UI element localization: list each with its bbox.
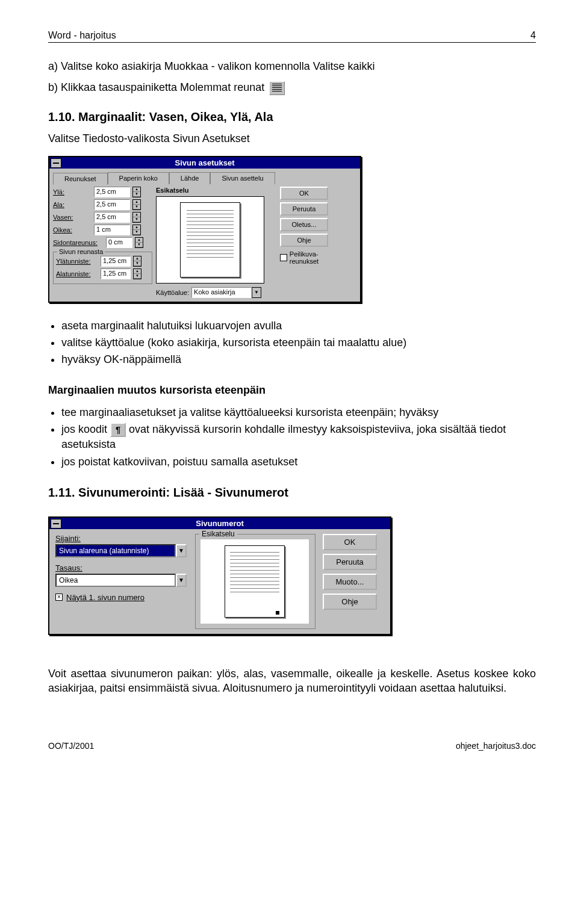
header-left: Word - harjoitus <box>48 30 116 41</box>
checkbox-nayta-label: Näytä 1. sivun numero <box>66 593 144 602</box>
input-sidonta[interactable]: 0 cm <box>106 237 132 248</box>
ohje-button[interactable]: Ohje <box>280 234 328 247</box>
input-oikea[interactable]: 1 cm <box>94 225 130 235</box>
bullets-2: tee marginaaliasetukset ja valitse käytt… <box>61 405 536 469</box>
bullet-2-3: jos poistat katkoviivan, poistuu samalla… <box>61 454 536 469</box>
spinner-vasen[interactable]: ▲▼ <box>132 212 141 223</box>
input-ylatunniste[interactable]: 1,25 cm <box>101 256 131 267</box>
peruuta-button[interactable]: Peruuta <box>323 554 377 570</box>
label-vasen: Vasen: <box>53 214 92 221</box>
page-setup-dialog: Sivun asetukset Reunukset Paperin koko L… <box>48 156 361 303</box>
checkbox-icon[interactable]: × <box>55 594 63 601</box>
dialog1-title: Sivun asetukset <box>175 158 235 167</box>
step-b-row: b) Klikkaa tasauspainiketta Molemmat reu… <box>48 81 536 95</box>
tab-reunukset[interactable]: Reunukset <box>53 173 108 185</box>
spinner-ylatunniste[interactable]: ▲▼ <box>133 256 141 267</box>
checkbox-peilikuva-label: Peilikuva-reunukset <box>290 250 346 265</box>
footer-left: OO/TJ/2001 <box>48 741 94 751</box>
system-menu-icon[interactable] <box>51 158 61 168</box>
group-esikatselu: Esikatselu <box>195 534 315 629</box>
bullet-1-1: aseta marginaalit halutuiksi lukuarvojen… <box>61 318 536 333</box>
section-1-11-title: 1.11. Sivunumerointi: Lisää - Sivunumero… <box>48 486 536 500</box>
group-sivun-reunasta: Sivun reunasta Ylätunniste:1,25 cm▲▼ Ala… <box>53 252 152 284</box>
label-oikea: Oikea: <box>53 226 92 234</box>
tab-lahde[interactable]: Lähde <box>169 172 211 184</box>
marginaalien-heading: Marginaalien muutos kursorista eteenpäin <box>48 384 536 397</box>
spinner-yla[interactable]: ▲▼ <box>132 187 141 197</box>
preview-page-icon <box>225 545 285 618</box>
label-tasaus: Tasaus: <box>55 563 188 572</box>
ohje-button[interactable]: Ohje <box>323 594 377 610</box>
label-sidonta: Sidontareunus: <box>53 239 104 246</box>
chevron-down-icon[interactable]: ▼ <box>176 544 187 557</box>
muoto-button[interactable]: Muoto... <box>323 574 377 590</box>
dialog2-titlebar: Sivunumerot <box>49 518 390 529</box>
pilcrow-icon: ¶ <box>110 423 126 437</box>
tab-sivun-asettelu[interactable]: Sivun asettelu <box>210 172 275 184</box>
dropdown-kayttoalue[interactable]: Koko asiakirja▼ <box>191 287 261 298</box>
spinner-ala[interactable]: ▲▼ <box>132 199 141 210</box>
ok-button[interactable]: OK <box>280 187 328 200</box>
body-paragraph: Voit asettaa sivunumeron paikan: ylös, a… <box>48 666 536 696</box>
ok-button[interactable]: OK <box>323 534 377 550</box>
input-yla[interactable]: 2,5 cm <box>94 187 130 197</box>
step-a: a) Valitse koko asiakirja Muokkaa - vali… <box>48 60 536 73</box>
dropdown-sijainti[interactable]: Sivun alareuna (alatunniste) ▼ <box>55 544 188 557</box>
page-numbers-dialog: Sivunumerot Sijainti: Sivun alareuna (al… <box>48 516 391 635</box>
header-right: 4 <box>530 30 536 41</box>
bullet-2-1: tee marginaaliasetukset ja valitse käytt… <box>61 405 536 420</box>
section-1-10-sub: Valitse Tiedosto-valikosta Sivun Asetuks… <box>48 132 536 145</box>
justify-both-icon <box>269 81 285 95</box>
checkbox-peilikuva[interactable]: Peilikuva-reunukset <box>280 250 346 265</box>
preview-box <box>200 539 309 624</box>
peruuta-button[interactable]: Peruuta <box>280 202 328 215</box>
oletus-button[interactable]: Oletus... <box>280 218 328 231</box>
chevron-down-icon[interactable]: ▼ <box>252 287 261 298</box>
bullet-1-2: valitse käyttöalue (koko asiakirja, kurs… <box>61 335 536 350</box>
preview-label: Esikatselu <box>156 187 276 194</box>
spinner-sidonta[interactable]: ▲▼ <box>135 237 143 248</box>
dialog2-title: Sivunumerot <box>196 519 243 528</box>
legend-sivun-reunasta: Sivun reunasta <box>57 248 105 255</box>
dialog1-tabs: Reunukset Paperin koko Lähde Sivun asett… <box>53 172 356 184</box>
label-ylatunniste: Ylätunniste: <box>56 258 98 265</box>
section-1-10-title: 1.10. Marginaalit: Vasen, Oikea, Ylä, Al… <box>48 110 536 124</box>
step-b-text: b) Klikkaa tasauspainiketta Molemmat reu… <box>48 81 264 95</box>
label-sijainti: Sijainti: <box>55 534 188 543</box>
preview-page-icon <box>180 202 240 278</box>
label-yla: Ylä: <box>53 188 92 196</box>
spinner-alatunniste[interactable]: ▲▼ <box>133 268 141 279</box>
spinner-oikea[interactable]: ▲▼ <box>132 225 141 235</box>
input-vasen[interactable]: 2,5 cm <box>94 212 130 223</box>
footer-right: ohjeet_harjoitus3.doc <box>456 741 536 751</box>
checkbox-nayta[interactable]: × Näytä 1. sivun numero <box>55 593 188 602</box>
label-ala: Ala: <box>53 201 92 208</box>
bullet-2-2: jos koodit ¶ ovat näkyvissä kursorin koh… <box>61 422 536 452</box>
bullets-1: aseta marginaalit halutuiksi lukuarvojen… <box>61 318 536 367</box>
bullet-1-3: hyväksy OK-näppäimellä <box>61 352 536 367</box>
dropdown-tasaus[interactable]: Oikea ▼ <box>55 574 188 587</box>
label-kayttoalue: Käyttöalue: <box>156 289 189 296</box>
dialog1-titlebar: Sivun asetukset <box>49 157 360 169</box>
preview-box <box>156 196 264 284</box>
label-alatunniste: Alatunniste: <box>56 270 98 278</box>
system-menu-icon[interactable] <box>51 519 61 529</box>
page-header: Word - harjoitus 4 <box>48 30 536 43</box>
legend-esikatselu: Esikatselu <box>199 530 237 538</box>
checkbox-icon[interactable] <box>280 254 287 261</box>
tab-paperin-koko[interactable]: Paperin koko <box>108 172 169 184</box>
input-alatunniste[interactable]: 1,25 cm <box>101 268 131 279</box>
page-footer: OO/TJ/2001 ohjeet_harjoitus3.doc <box>48 737 536 751</box>
chevron-down-icon[interactable]: ▼ <box>176 574 187 587</box>
input-ala[interactable]: 2,5 cm <box>94 199 130 210</box>
